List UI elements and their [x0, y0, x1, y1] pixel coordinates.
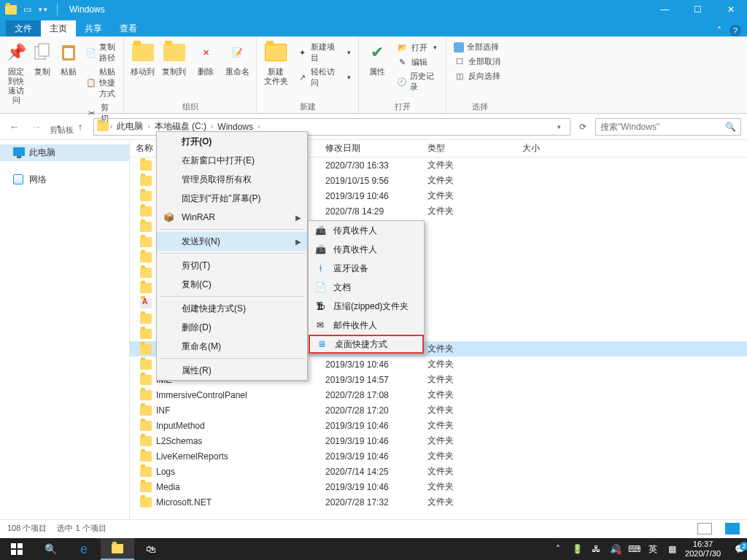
move-to-button[interactable]: 移动到 [128, 38, 157, 77]
folder-icon [140, 451, 152, 462]
ctx-delete[interactable]: 删除(D) [157, 318, 307, 337]
search-box[interactable]: 🔍 [595, 118, 741, 136]
folder-icon [140, 436, 152, 446]
tray-ime[interactable]: 英 [647, 543, 659, 555]
sendto-documents[interactable]: 📄文档 [309, 278, 424, 297]
tab-home[interactable]: 主页 [41, 20, 76, 36]
tray-up-icon[interactable]: ˄ [552, 543, 564, 555]
select-none-button[interactable]: ☐全部取消 [451, 55, 503, 68]
minimize-button[interactable]: — [649, 0, 681, 19]
sendto-fax2[interactable]: 📠传真收件人 [309, 240, 424, 259]
table-row[interactable]: Logs2020/7/14 14:25文件夹 [130, 464, 747, 479]
svg-rect-6 [11, 550, 16, 555]
tray-clock[interactable]: 16:372020/7/30 [685, 540, 727, 559]
nav-history-dropdown[interactable]: ▾ [50, 118, 67, 136]
properties-button[interactable]: ✔属性 [363, 38, 391, 77]
tray-network-icon[interactable]: 🖧 [590, 543, 602, 555]
table-row[interactable]: ImmersiveControlPanel2020/7/28 17:08文件夹 [130, 387, 747, 402]
copy-path-button[interactable]: 📄复制路径 [83, 41, 119, 64]
ctx-open-new-window[interactable]: 在新窗口中打开(E) [157, 151, 307, 170]
address-dropdown-icon[interactable]: ▾ [551, 123, 567, 131]
invert-selection-button[interactable]: ◫反向选择 [451, 69, 503, 82]
ctx-admin-ownership[interactable]: 管理员取得所有权 [157, 170, 307, 189]
ctx-open[interactable]: 打开(O) [157, 132, 307, 151]
group-open-label: 打开 [363, 101, 441, 113]
table-row[interactable]: INF2020/7/28 17:20文件夹 [130, 402, 747, 418]
tray-volume-icon[interactable]: 🔊✖ [609, 543, 621, 555]
folder-icon [140, 160, 152, 171]
search-input[interactable] [600, 122, 725, 132]
ctx-pin-start[interactable]: 固定到"开始"屏幕(P) [157, 189, 307, 208]
paste-button[interactable]: 粘贴 [57, 38, 80, 77]
refresh-button[interactable]: ⟳ [575, 122, 591, 132]
table-row[interactable]: Microsoft.NET2020/7/28 17:32文件夹 [130, 494, 747, 510]
ctx-rename[interactable]: 重命名(M) [157, 337, 307, 356]
nav-up-button[interactable]: ↑ [71, 118, 89, 136]
table-row[interactable]: Media2019/3/19 10:46文件夹 [130, 479, 747, 494]
edit-button[interactable]: ✎编辑 [394, 55, 441, 69]
history-button[interactable]: 🕘历史记录 [394, 70, 441, 93]
sendto-bluetooth[interactable]: ᚼ蓝牙设备 [309, 259, 424, 278]
pin-quick-access-button[interactable]: 📌固定到快 速访问 [4, 38, 28, 105]
view-details-button[interactable] [697, 523, 712, 534]
table-row[interactable]: L2Schemas2019/3/19 10:46文件夹 [130, 433, 747, 448]
ctx-winrar[interactable]: 📦WinRAR▶ [157, 208, 307, 227]
open-button[interactable]: 📂打开▾ [394, 41, 441, 54]
qat-properties-icon[interactable]: ▭ [20, 3, 34, 16]
paste-shortcut-button[interactable]: 📋粘贴快捷方式 [83, 66, 119, 100]
explorer-icon[interactable] [101, 538, 134, 560]
tab-file[interactable]: 文件 [6, 20, 41, 36]
tray-battery-icon[interactable]: 🔋 [571, 543, 583, 555]
select-all-button[interactable]: 全部选择 [451, 41, 503, 53]
ctx-cut[interactable]: 剪切(T) [157, 256, 307, 275]
nav-forward-button[interactable]: → [28, 118, 45, 136]
maximize-button[interactable]: ☐ [681, 0, 714, 19]
edge-icon[interactable]: e [67, 538, 101, 560]
ctx-send-to[interactable]: 发送到(N)▶ [157, 232, 307, 251]
sendto-fax1[interactable]: 📠传真收件人 [309, 221, 424, 240]
zip-icon: 🗜 [314, 300, 326, 312]
col-size[interactable]: 大小 [516, 142, 604, 155]
tray-ime2-icon[interactable]: ▦ [666, 543, 678, 555]
new-folder-button[interactable]: 新建 文件夹 [261, 38, 291, 86]
folder-icon [140, 390, 152, 400]
collapse-ribbon-icon[interactable]: ˄ [713, 25, 725, 36]
folder-icon [140, 237, 152, 247]
action-center-icon[interactable]: 💬2 [734, 543, 746, 555]
breadcrumb-pc[interactable]: 此电脑 [114, 120, 146, 133]
delete-button[interactable]: ✕删除 [192, 38, 220, 77]
taskbar: 🔍 e 🛍 ˄ 🔋 🖧 🔊✖ ⌨ 英 ▦ 16:372020/7/30 💬2 [0, 538, 747, 560]
help-icon[interactable]: ? [729, 25, 741, 36]
col-date[interactable]: 修改日期 [320, 142, 422, 155]
table-row[interactable]: LiveKernelReports2019/3/19 10:46文件夹 [130, 448, 747, 464]
tab-view[interactable]: 查看 [111, 20, 146, 36]
start-button[interactable] [0, 538, 34, 560]
ctx-create-shortcut[interactable]: 创建快捷方式(S) [157, 299, 307, 318]
search-taskbar-button[interactable]: 🔍 [34, 538, 67, 560]
tray-keyboard-icon[interactable]: ⌨ [628, 543, 640, 555]
folder-icon [140, 405, 152, 416]
table-row[interactable]: InputMethod2019/3/19 10:46文件夹 [130, 418, 747, 433]
copy-to-button[interactable]: 复制到 [160, 38, 188, 77]
easy-access-button[interactable]: ↗轻松访问▾ [294, 66, 354, 89]
folder-icon [140, 344, 152, 354]
tab-share[interactable]: 共享 [76, 20, 111, 36]
nav-back-button[interactable]: ← [6, 118, 23, 136]
sendto-mail[interactable]: ✉邮件收件人 [309, 316, 424, 335]
view-large-button[interactable] [725, 523, 740, 534]
ctx-properties[interactable]: 属性(R) [157, 361, 307, 380]
copy-button[interactable]: 复制 [31, 38, 54, 77]
sidebar-item-network[interactable]: 网络 [0, 171, 129, 188]
close-button[interactable]: ✕ [714, 0, 747, 19]
ctx-copy[interactable]: 复制(C) [157, 275, 307, 294]
sidebar-item-pc[interactable]: 此电脑 [0, 144, 129, 161]
sendto-desktop-shortcut[interactable]: 🖥桌面快捷方式 [309, 335, 424, 354]
sendto-zip[interactable]: 🗜压缩(zipped)文件夹 [309, 297, 424, 316]
store-icon[interactable]: 🛍 [134, 538, 168, 560]
rename-button[interactable]: 📝重命名 [223, 38, 252, 77]
col-type[interactable]: 类型 [422, 142, 516, 155]
folder-icon [140, 191, 152, 201]
qat-dropdown-icon[interactable]: ▾ ▾ [36, 3, 50, 16]
breadcrumb-folder[interactable]: Windows [214, 122, 256, 132]
new-item-button[interactable]: ✦新建项目▾ [294, 41, 354, 64]
